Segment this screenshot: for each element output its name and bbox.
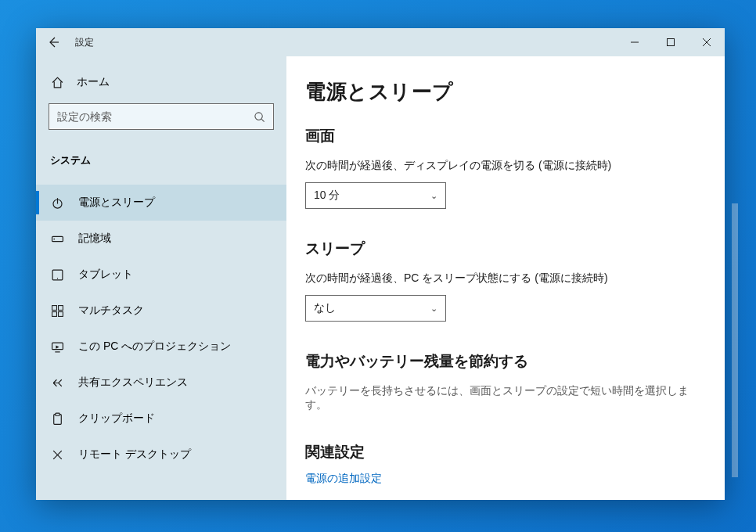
back-button[interactable]: [36, 28, 70, 56]
sidebar-item-remote-desktop[interactable]: リモート デスクトップ: [36, 437, 286, 473]
minimize-icon: [631, 38, 639, 46]
sidebar-item-label: マルチタスク: [78, 304, 144, 318]
close-icon: [703, 38, 711, 46]
shared-experiences-icon: [50, 376, 64, 390]
sidebar-item-clipboard[interactable]: クリップボード: [36, 401, 286, 437]
svg-point-6: [56, 278, 57, 279]
app-title: 設定: [75, 36, 94, 49]
sidebar-item-storage[interactable]: 記憶域: [36, 221, 286, 257]
home-button[interactable]: ホーム: [49, 70, 274, 103]
svg-rect-10: [58, 311, 63, 316]
section-save-title: 電力やバッテリー残量を節約する: [305, 351, 706, 372]
sidebar-item-shared-experiences[interactable]: 共有エクスペリエンス: [36, 365, 286, 401]
section-sleep-title: スリープ: [305, 239, 706, 259]
svg-rect-7: [52, 305, 56, 310]
sidebar-item-label: リモート デスクトップ: [78, 448, 191, 462]
sidebar-item-label: この PC へのプロジェクション: [78, 340, 231, 354]
svg-rect-9: [52, 311, 56, 316]
sleep-dropdown[interactable]: なし ⌄: [305, 295, 446, 322]
sidebar-item-label: 記憶域: [78, 232, 111, 246]
nav-list: 電源とスリープ 記憶域 タブレット: [36, 185, 286, 473]
search-box[interactable]: [49, 103, 274, 130]
sleep-label: 次の時間が経過後、PC をスリープ状態にする (電源に接続時): [305, 271, 706, 286]
section-related-title: 関連設定: [305, 442, 706, 462]
section-screen-title: 画面: [305, 126, 706, 146]
search-input[interactable]: [57, 110, 254, 123]
projection-icon: [50, 340, 64, 354]
save-description: バッテリーを長持ちさせるには、画面とスリープの設定で短い時間を選択します。: [305, 384, 706, 412]
sidebar-item-label: 共有エクスペリエンス: [78, 376, 188, 390]
sidebar-item-tablet[interactable]: タブレット: [36, 257, 286, 293]
clipboard-icon: [50, 412, 64, 426]
svg-rect-8: [58, 305, 63, 310]
sidebar-item-label: タブレット: [78, 268, 133, 282]
svg-rect-0: [668, 39, 675, 46]
search-icon: [254, 111, 265, 123]
multitask-icon: [50, 304, 64, 318]
screen-off-label: 次の時間が経過後、ディスプレイの電源を切る (電源に接続時): [305, 159, 706, 173]
sidebar-item-label: クリップボード: [78, 412, 155, 426]
home-icon: [50, 75, 64, 89]
content-area: 電源とスリープ 画面 次の時間が経過後、ディスプレイの電源を切る (電源に接続時…: [286, 56, 725, 500]
additional-power-settings-link[interactable]: 電源の追加設定: [305, 472, 706, 486]
remote-desktop-icon: [50, 448, 64, 462]
svg-point-4: [53, 238, 55, 239]
sleep-value: なし: [314, 301, 336, 315]
sidebar-item-power-sleep[interactable]: 電源とスリープ: [36, 185, 286, 221]
settings-window: 設定 ホーム: [36, 28, 725, 500]
titlebar: 設定: [36, 28, 725, 56]
svg-rect-13: [55, 413, 59, 415]
screen-off-value: 10 分: [314, 189, 340, 203]
window-controls: [617, 28, 725, 56]
svg-point-1: [255, 112, 262, 119]
chevron-down-icon: ⌄: [430, 304, 437, 314]
maximize-button[interactable]: [653, 28, 689, 56]
screen-off-dropdown[interactable]: 10 分 ⌄: [305, 182, 446, 209]
sidebar-item-multitask[interactable]: マルチタスク: [36, 293, 286, 329]
page-title: 電源とスリープ: [305, 78, 706, 106]
sidebar-item-label: 電源とスリープ: [78, 196, 155, 210]
sidebar: ホーム システム 電源とスリープ: [36, 56, 286, 500]
maximize-icon: [667, 38, 675, 46]
power-icon: [50, 196, 64, 210]
sidebar-item-projection[interactable]: この PC へのプロジェクション: [36, 329, 286, 365]
arrow-left-icon: [47, 36, 59, 49]
chevron-down-icon: ⌄: [430, 191, 437, 201]
storage-icon: [50, 232, 64, 246]
category-label: システム: [49, 149, 274, 185]
minimize-button[interactable]: [617, 28, 653, 56]
close-button[interactable]: [689, 28, 725, 56]
home-label: ホーム: [77, 75, 110, 89]
tablet-icon: [50, 268, 64, 282]
